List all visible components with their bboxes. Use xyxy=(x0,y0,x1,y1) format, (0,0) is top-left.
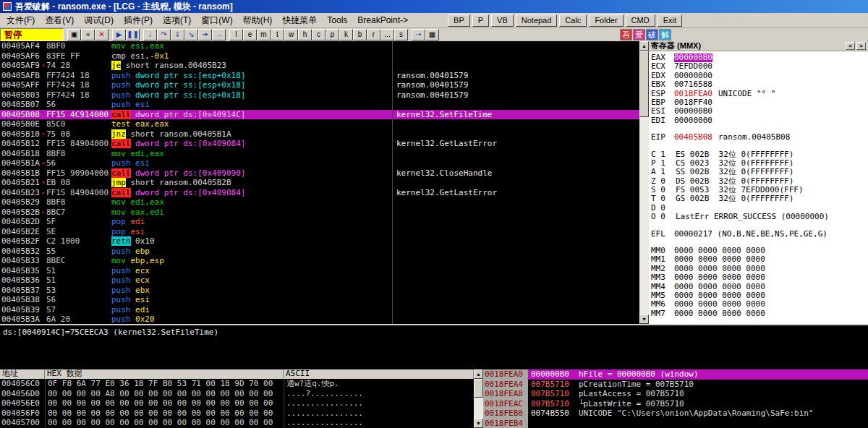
stack-row[interactable]: 0018FEA0000000B0hFile = 000000B0 (window… xyxy=(483,369,868,380)
disasm-row[interactable]: 00405B2D5Fpop edi xyxy=(0,217,639,227)
runtrace-icon[interactable]: ... xyxy=(380,29,394,40)
quick-button-notepad[interactable]: Notepad xyxy=(516,14,558,27)
scroll-down-icon[interactable]: ▼ xyxy=(474,419,483,428)
animate-over-icon[interactable]: ⇘ xyxy=(184,29,198,40)
eflags-row[interactable]: EFL00000217 (NO,B,NE,BE,NS,PE,GE,G) xyxy=(651,230,868,239)
logo-block[interactable]: 破 xyxy=(646,29,658,40)
disasm-row[interactable]: 00405B23▸FF15 84904000call dword ptr ds:… xyxy=(0,188,639,198)
disasm-row[interactable]: 00405AF683FE FFcmp esi,-0x1 xyxy=(0,51,639,61)
disasm-row[interactable]: 00405B3651push ecx xyxy=(0,275,639,286)
disasm-row[interactable]: 00405B10▾75 08jnz short ransom.00405B1A xyxy=(0,129,639,140)
quick-button-exit[interactable]: Exit xyxy=(658,14,682,27)
registers-prev-icon[interactable]: < xyxy=(846,42,855,50)
disasm-row[interactable]: 00405B3856push esi xyxy=(0,295,639,305)
threads-icon[interactable]: t xyxy=(271,29,284,40)
disasm-row[interactable]: 00405B2B▸8BC7mov eax,edi xyxy=(0,207,639,218)
disasm-row[interactable]: 00405B08FF15 4C914000call dword ptr ds:[… xyxy=(0,110,639,120)
stack-pane[interactable]: 0018FEA0000000B0hFile = 000000B0 (window… xyxy=(483,369,868,428)
register-row[interactable]: ESI000000B0 xyxy=(651,107,868,116)
scroll-up-icon[interactable]: ▲ xyxy=(474,369,483,379)
register-row[interactable]: ECX7EFDD000 xyxy=(651,62,868,71)
trace-icon[interactable]: ⇢ xyxy=(412,29,425,40)
scroll-thumb[interactable] xyxy=(474,379,483,398)
menu-item[interactable]: BreakPoint-> xyxy=(352,14,413,27)
memory-icon[interactable]: m xyxy=(257,29,271,40)
disasm-row[interactable]: 00405B03FF7424 18push dword ptr ss:[esp+… xyxy=(0,90,639,100)
register-row[interactable]: EDI00000000 xyxy=(651,116,868,125)
logo-block[interactable]: 吾 xyxy=(620,29,632,40)
disasm-row[interactable]: 00405B21▾EB 08jmp short ransom.00405B2B xyxy=(0,178,639,188)
callstack-icon[interactable]: k xyxy=(339,29,353,40)
pause-icon[interactable]: ❚❚ xyxy=(126,29,140,40)
run-to-return-icon[interactable]: ↠ xyxy=(198,29,212,40)
menu-item[interactable]: 查看(V) xyxy=(40,13,79,28)
quick-button-calc[interactable]: Calc xyxy=(559,14,587,27)
disasm-row[interactable]: 00405B188BF8mov edi,eax xyxy=(0,149,639,159)
menu-item[interactable]: 文件(F) xyxy=(1,13,40,28)
stack-row[interactable]: 0018FEA4007B5710pCreationTime = 007B5710 xyxy=(483,380,868,390)
menu-item[interactable]: 快捷菜单 xyxy=(277,13,322,28)
mmx-row[interactable]: MM60000 0000 0000 0000 xyxy=(651,300,868,309)
windows-icon[interactable]: w xyxy=(284,29,298,40)
step-into-icon[interactable]: ↓ xyxy=(143,29,157,40)
quick-button-cmd[interactable]: CMD xyxy=(626,14,655,27)
logo-block[interactable]: 爱 xyxy=(633,29,645,40)
register-row[interactable]: EBX00716588 xyxy=(651,80,868,89)
disasm-row[interactable]: 00405B3255push ebp xyxy=(0,247,639,257)
executables-icon[interactable]: e xyxy=(243,29,257,40)
disasm-row[interactable]: 00405AFBFF7424 18push dword ptr ss:[esp+… xyxy=(0,71,639,81)
flag-row[interactable]: O 0LastErr ERROR_SUCCESS (00000000) xyxy=(651,213,868,221)
menu-item[interactable]: 选项(T) xyxy=(158,13,196,28)
disasm-row[interactable]: 00405B1BFF15 90904000call dword ptr ds:[… xyxy=(0,168,639,179)
disasm-row[interactable]: 00405B3A6A 20push 0x20 xyxy=(0,314,639,324)
run-icon[interactable]: ▶ xyxy=(112,29,126,40)
registers-next-icon[interactable]: > xyxy=(856,42,866,50)
registers-pane[interactable]: 寄存器 (MMX) < > EAX000000B0ECX7EFDD000EDX0… xyxy=(649,41,868,324)
dump-row[interactable]: 004056D000 00 00 00 A8 00 00 00 00 00 00… xyxy=(0,389,474,399)
patches-icon[interactable]: p xyxy=(326,29,339,40)
disasm-row[interactable]: 00405B0E85C0test eax,eax xyxy=(0,119,639,129)
mmx-row[interactable]: MM70000 0000 0000 0000 xyxy=(651,309,868,318)
disasm-row[interactable]: 00405B3957push edi xyxy=(0,305,639,315)
dump-scrollbar[interactable]: ▲ ▼ xyxy=(474,369,483,428)
disasm-row[interactable]: 00405B0756push esi xyxy=(0,100,639,110)
mmx-row[interactable]: MM10000 0000 0000 0000 xyxy=(651,255,868,264)
scroll-thumb[interactable] xyxy=(639,51,649,117)
quick-button-p[interactable]: P xyxy=(472,14,489,27)
disasm-scrollbar[interactable]: ▲ ▼ xyxy=(639,41,649,324)
disasm-row[interactable]: 00405AF48BF0mov esi,eax xyxy=(0,41,639,51)
handles-icon[interactable]: h xyxy=(298,29,312,40)
source-icon[interactable]: s xyxy=(394,29,408,40)
disassembly-pane[interactable]: 00405AF48BF0mov esi,eax00405AF683FE FFcm… xyxy=(0,41,639,324)
disasm-row[interactable]: 00405AFFFF7424 18push dword ptr ss:[esp+… xyxy=(0,80,639,90)
disasm-row[interactable]: 00405B2E5Epop esi xyxy=(0,227,639,237)
register-row-eip[interactable]: EIP00405B08ransom.00405B08 xyxy=(651,133,868,142)
scroll-down-icon[interactable]: ▼ xyxy=(639,314,649,324)
mmx-row[interactable]: MM30000 0000 0000 0000 xyxy=(651,273,868,282)
log-icon[interactable]: l xyxy=(229,29,243,40)
dump-pane[interactable]: 地址HEX 数据ASCII 004056C00F F8 6A 77 E0 36 … xyxy=(0,369,474,428)
menu-item[interactable]: 插件(P) xyxy=(119,13,158,28)
restart-icon[interactable]: « xyxy=(81,29,95,40)
title-bar[interactable]: 吾爱破解 - ransom.exe - [LCG - 主线程, 模块 - ran… xyxy=(0,0,868,13)
disasm-row[interactable]: 00405B3753push ebx xyxy=(0,286,639,296)
stack-row[interactable]: 0018FEA8007B5710pLastAccess = 007B5710 xyxy=(483,389,868,399)
disasm-row[interactable]: 00405B2FC2 1000retn 0x10 xyxy=(0,236,639,247)
breakpoints-icon[interactable]: b xyxy=(353,29,367,40)
dump-row[interactable]: 0040570000 00 00 00 00 00 00 00 00 00 00… xyxy=(0,418,474,428)
goto-icon[interactable]: → xyxy=(212,29,226,40)
options-icon[interactable]: ▦ xyxy=(425,29,439,40)
menu-item[interactable]: 窗口(W) xyxy=(196,13,237,28)
disasm-row[interactable]: 00405B3551push ecx xyxy=(0,266,639,276)
flag-row[interactable]: T 0GS 002B 32位 0(FFFFFFFF) xyxy=(651,194,868,203)
logo-block[interactable]: 解 xyxy=(659,29,671,40)
quick-button-bp[interactable]: BP xyxy=(448,14,470,27)
stack-row[interactable]: 0018FEB00074B550UNICODE "C:\Users\onion\… xyxy=(483,408,868,419)
close-icon[interactable]: ✕ xyxy=(95,29,109,40)
flag-row[interactable]: A 1SS 002B 32位 0(FFFFFFFF) xyxy=(651,168,868,176)
open-icon[interactable]: ▣ xyxy=(67,29,81,40)
disasm-row[interactable]: 00405B12FF15 84904000call dword ptr ds:[… xyxy=(0,139,639,149)
step-over-icon[interactable]: ↷ xyxy=(157,29,171,40)
cpu-icon[interactable]: c xyxy=(312,29,326,40)
disasm-row[interactable]: 00405AF9▾74 28je short ransom.00405B23 xyxy=(0,61,639,71)
